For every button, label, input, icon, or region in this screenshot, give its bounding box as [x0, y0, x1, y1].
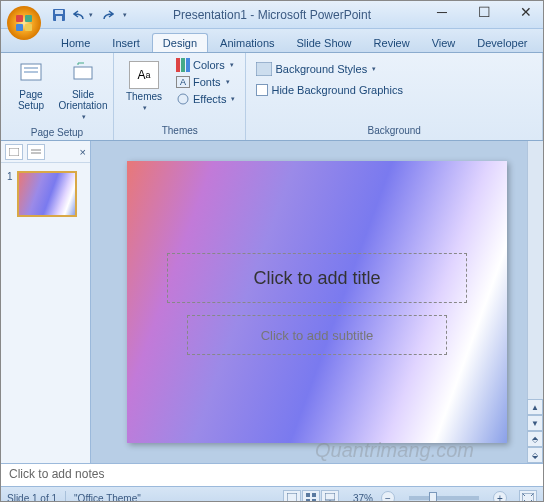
svg-rect-25: [325, 493, 335, 500]
svg-rect-4: [25, 24, 32, 31]
zoom-slider[interactable]: [409, 496, 479, 500]
normal-view-button[interactable]: [283, 490, 301, 502]
scroll-up-icon[interactable]: ▲: [527, 399, 543, 415]
notes-pane[interactable]: Click to add notes: [1, 463, 543, 487]
slide-counter: Slide 1 of 1: [7, 493, 57, 503]
background-styles-icon: [256, 62, 272, 76]
svg-rect-20: [287, 493, 297, 502]
tab-home[interactable]: Home: [51, 34, 100, 52]
slides-tab[interactable]: [5, 144, 23, 160]
group-background: Background Styles▾ Hide Background Graph…: [246, 53, 543, 140]
tab-insert[interactable]: Insert: [102, 34, 150, 52]
thumbnail-panel: × 1: [1, 141, 91, 463]
ribbon: Page Setup Slide Orientation ▾ Page Setu…: [1, 53, 543, 141]
page-setup-button[interactable]: Page Setup: [7, 57, 55, 115]
svg-rect-14: [186, 58, 190, 72]
office-button[interactable]: [5, 4, 43, 42]
ribbon-tabs: Home Insert Design Animations Slide Show…: [1, 29, 543, 53]
prev-slide-icon[interactable]: ⬘: [527, 431, 543, 447]
tab-developer[interactable]: Developer: [467, 34, 537, 52]
svg-rect-16: [256, 62, 272, 76]
zoom-label[interactable]: 37%: [353, 493, 373, 503]
fonts-button[interactable]: A Fonts▾: [172, 75, 239, 89]
orientation-icon: [70, 61, 96, 87]
undo-button[interactable]: ▾: [73, 5, 93, 25]
close-panel-button[interactable]: ×: [80, 146, 86, 158]
svg-rect-22: [312, 493, 316, 497]
svg-rect-13: [181, 58, 185, 72]
slideshow-view-button[interactable]: [321, 490, 339, 502]
zoom-out-button[interactable]: −: [381, 491, 395, 502]
group-themes: Aa Themes ▾ Colors▾ A Fonts▾ Effects▾: [114, 53, 246, 140]
svg-rect-12: [176, 58, 180, 72]
status-bar: Slide 1 of 1 "Office Theme" 37% − +: [1, 487, 543, 502]
window-controls: ─ ☐ ✕: [429, 3, 539, 21]
qat-customize-icon[interactable]: ▾: [123, 11, 127, 19]
fonts-icon: A: [176, 76, 190, 88]
sorter-view-button[interactable]: [302, 490, 320, 502]
workspace: × 1 Click to add title Click to add subt…: [1, 141, 543, 463]
effects-button[interactable]: Effects▾: [172, 91, 239, 107]
title-bar: ▾ ▾ Presentation1 - Microsoft PowerPoint…: [1, 1, 543, 29]
themes-icon: Aa: [129, 61, 159, 89]
svg-point-0: [7, 6, 41, 40]
redo-button[interactable]: [97, 5, 117, 25]
tab-slideshow[interactable]: Slide Show: [287, 34, 362, 52]
minimize-button[interactable]: ─: [429, 3, 455, 21]
next-slide-icon[interactable]: ⬙: [527, 447, 543, 463]
subtitle-placeholder[interactable]: Click to add subtitle: [187, 315, 447, 355]
group-label-page-setup: Page Setup: [7, 125, 107, 140]
scroll-down-icon[interactable]: ▼: [527, 415, 543, 431]
svg-rect-3: [16, 24, 23, 31]
page-setup-icon: [18, 61, 44, 87]
group-label-background: Background: [252, 123, 536, 138]
vertical-scrollbar[interactable]: ▲ ▼ ⬘ ⬙: [527, 141, 543, 463]
quick-access-toolbar: ▾ ▾: [49, 5, 127, 25]
tab-animations[interactable]: Animations: [210, 34, 284, 52]
theme-name: "Office Theme": [74, 493, 141, 503]
tab-view[interactable]: View: [422, 34, 466, 52]
tab-review[interactable]: Review: [364, 34, 420, 52]
zoom-in-button[interactable]: +: [493, 491, 507, 502]
slide-thumbnail[interactable]: 1: [7, 171, 84, 217]
close-button[interactable]: ✕: [513, 3, 539, 21]
title-placeholder[interactable]: Click to add title: [167, 253, 467, 303]
themes-button[interactable]: Aa Themes ▾: [120, 57, 168, 116]
chevron-down-icon: ▾: [82, 113, 86, 121]
tab-design[interactable]: Design: [152, 33, 208, 52]
colors-button[interactable]: Colors▾: [172, 57, 239, 73]
effects-icon: [176, 92, 190, 106]
svg-rect-21: [306, 493, 310, 497]
svg-rect-1: [16, 15, 23, 22]
maximize-button[interactable]: ☐: [471, 3, 497, 21]
slide-editor: Click to add title Click to add subtitle…: [91, 141, 543, 463]
svg-rect-2: [25, 15, 32, 22]
chevron-down-icon: ▾: [143, 104, 147, 112]
group-label-themes: Themes: [120, 123, 239, 138]
group-page-setup: Page Setup Slide Orientation ▾ Page Setu…: [1, 53, 114, 140]
slide-orientation-button[interactable]: Slide Orientation ▾: [59, 57, 107, 125]
background-styles-button[interactable]: Background Styles▾: [252, 61, 380, 77]
fit-to-window-button[interactable]: [519, 490, 537, 502]
svg-rect-11: [74, 67, 92, 79]
save-button[interactable]: [49, 5, 69, 25]
svg-rect-9: [24, 67, 38, 69]
colors-icon: [176, 58, 190, 72]
svg-rect-6: [55, 10, 63, 14]
outline-tab[interactable]: [27, 144, 45, 160]
svg-rect-17: [9, 148, 19, 156]
thumb-preview: [17, 171, 77, 217]
hide-background-checkbox[interactable]: Hide Background Graphics: [252, 83, 406, 97]
window-title: Presentation1 - Microsoft PowerPoint: [173, 8, 371, 22]
svg-rect-7: [56, 16, 62, 21]
thumb-number: 1: [7, 171, 13, 217]
checkbox-icon: [256, 84, 268, 96]
svg-rect-10: [24, 71, 38, 73]
view-buttons: [283, 490, 339, 502]
slide-canvas[interactable]: Click to add title Click to add subtitle: [127, 161, 507, 443]
svg-point-15: [178, 94, 188, 104]
